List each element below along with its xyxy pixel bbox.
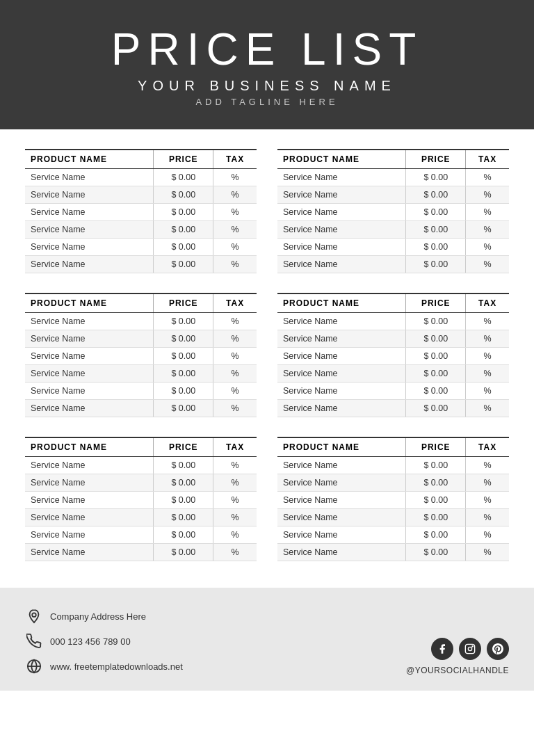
service-name-cell: Service Name [25, 186, 154, 204]
price-cell: $ 0.00 [406, 383, 466, 400]
svg-point-5 [472, 646, 473, 647]
social-icons [431, 638, 509, 660]
tax-cell: % [213, 204, 257, 221]
col-header-price: PRICE [406, 150, 466, 169]
service-name-cell: Service Name [277, 544, 406, 561]
table-row: Service Name$ 0.00% [277, 365, 509, 383]
tax-cell: % [213, 383, 257, 400]
service-name-cell: Service Name [277, 365, 406, 383]
tagline: ADD TAGLINE HERE [14, 97, 520, 107]
service-name-cell: Service Name [25, 239, 154, 256]
tax-cell: % [466, 509, 509, 526]
tax-cell: % [466, 383, 509, 400]
service-name-cell: Service Name [25, 169, 154, 186]
price-cell: $ 0.00 [154, 474, 213, 492]
tax-cell: % [213, 365, 257, 383]
price-table-6: PRODUCT NAME PRICE TAX Service Name$ 0.0… [277, 437, 509, 561]
table-row: Service Name$ 0.00% [277, 474, 509, 492]
service-name-cell: Service Name [277, 383, 406, 400]
table-row: Service Name$ 0.00% [25, 474, 257, 492]
col-header-tax: TAX [213, 293, 257, 313]
table-row: Service Name$ 0.00% [277, 526, 509, 544]
col-header-price: PRICE [406, 437, 466, 457]
main-content: PRODUCT NAME PRICE TAX Service Name$ 0.0… [0, 129, 534, 581]
tax-cell: % [466, 313, 509, 330]
table-row: Service Name$ 0.00% [25, 169, 257, 186]
table-row: Service Name$ 0.00% [25, 509, 257, 526]
service-name-cell: Service Name [277, 256, 406, 273]
table-row: Service Name$ 0.00% [277, 509, 509, 526]
instagram-icon[interactable] [459, 638, 481, 660]
tax-cell: % [466, 544, 509, 561]
table-section-5: PRODUCT NAME PRICE TAX Service Name$ 0.0… [25, 437, 257, 561]
table-row: Service Name$ 0.00% [277, 383, 509, 400]
price-cell: $ 0.00 [406, 221, 466, 239]
price-cell: $ 0.00 [154, 509, 213, 526]
col-header-price: PRICE [406, 293, 466, 313]
table-section-6: PRODUCT NAME PRICE TAX Service Name$ 0.0… [277, 437, 509, 561]
table-row: Service Name$ 0.00% [277, 544, 509, 561]
service-name-cell: Service Name [25, 330, 154, 348]
service-name-cell: Service Name [25, 383, 154, 400]
price-table-2: PRODUCT NAME PRICE TAX Service Name$ 0.0… [277, 149, 509, 273]
service-name-cell: Service Name [277, 400, 406, 417]
tax-cell: % [213, 239, 257, 256]
service-name-cell: Service Name [25, 204, 154, 221]
table-row: Service Name$ 0.00% [277, 313, 509, 330]
tax-cell: % [213, 348, 257, 365]
phone-text: 000 123 456 789 00 [50, 636, 131, 647]
tax-cell: % [466, 348, 509, 365]
tax-cell: % [466, 186, 509, 204]
price-cell: $ 0.00 [154, 186, 213, 204]
price-cell: $ 0.00 [406, 365, 466, 383]
table-row: Service Name$ 0.00% [277, 221, 509, 239]
price-cell: $ 0.00 [154, 239, 213, 256]
price-cell: $ 0.00 [406, 492, 466, 509]
location-icon [25, 607, 43, 625]
service-name-cell: Service Name [277, 204, 406, 221]
svg-point-4 [468, 648, 471, 651]
website-item: www. freetemplatedownloads.net [25, 657, 183, 675]
tax-cell: % [213, 457, 257, 474]
service-name-cell: Service Name [25, 457, 154, 474]
price-cell: $ 0.00 [406, 348, 466, 365]
social-handle: @YOURSOCIALHANDLE [406, 666, 509, 675]
price-cell: $ 0.00 [406, 239, 466, 256]
tax-cell: % [466, 169, 509, 186]
tax-cell: % [466, 400, 509, 417]
table-row: Service Name$ 0.00% [25, 221, 257, 239]
tax-cell: % [213, 400, 257, 417]
table-row: Service Name$ 0.00% [25, 330, 257, 348]
service-name-cell: Service Name [277, 457, 406, 474]
price-cell: $ 0.00 [406, 526, 466, 544]
table-row: Service Name$ 0.00% [25, 383, 257, 400]
col-header-product: PRODUCT NAME [25, 150, 154, 169]
table-row: Service Name$ 0.00% [277, 169, 509, 186]
table-row: Service Name$ 0.00% [277, 239, 509, 256]
phone-item: 000 123 456 789 00 [25, 632, 183, 650]
tax-cell: % [213, 313, 257, 330]
tax-cell: % [213, 509, 257, 526]
service-name-cell: Service Name [25, 526, 154, 544]
tax-cell: % [213, 330, 257, 348]
tax-cell: % [466, 457, 509, 474]
tax-cell: % [466, 474, 509, 492]
service-name-cell: Service Name [277, 509, 406, 526]
col-header-product: PRODUCT NAME [277, 437, 406, 457]
table-row: Service Name$ 0.00% [25, 256, 257, 273]
price-table-1: PRODUCT NAME PRICE TAX Service Name$ 0.0… [25, 149, 257, 273]
col-header-tax: TAX [466, 293, 509, 313]
pinterest-icon[interactable] [487, 638, 509, 660]
price-cell: $ 0.00 [406, 330, 466, 348]
globe-icon [25, 657, 43, 675]
price-cell: $ 0.00 [154, 221, 213, 239]
price-cell: $ 0.00 [406, 204, 466, 221]
facebook-icon[interactable] [431, 638, 453, 660]
service-name-cell: Service Name [25, 509, 154, 526]
address-item: Company Address Here [25, 607, 183, 625]
table-section-1: PRODUCT NAME PRICE TAX Service Name$ 0.0… [25, 149, 257, 273]
service-name-cell: Service Name [277, 330, 406, 348]
table-row: Service Name$ 0.00% [277, 457, 509, 474]
tax-cell: % [213, 169, 257, 186]
price-cell: $ 0.00 [406, 169, 466, 186]
